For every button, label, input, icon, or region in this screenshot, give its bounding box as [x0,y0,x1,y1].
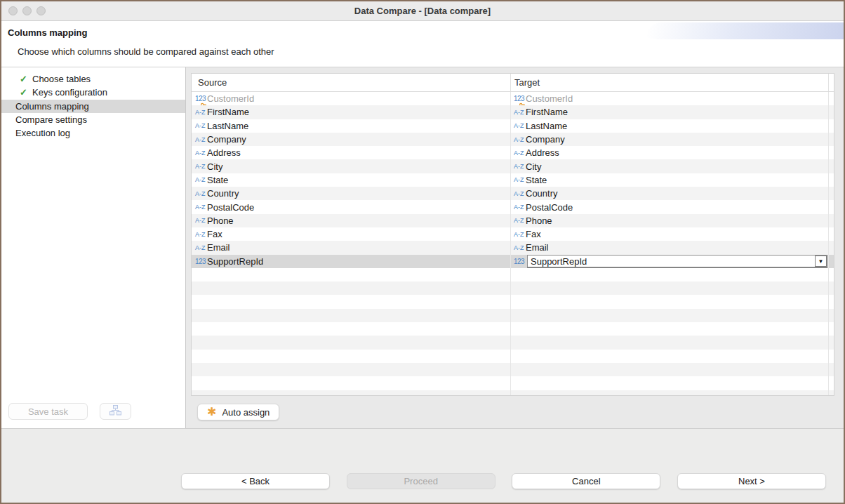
text-type-icon: A-Z [514,109,526,116]
target-column-header[interactable]: Target [510,74,828,91]
target-cell[interactable]: A-ZCompany [510,133,828,146]
source-cell[interactable]: A-ZFirstName [192,105,510,119]
source-cell[interactable]: A-ZLastName [192,119,510,133]
empty-table-row[interactable] [192,350,834,363]
source-cell[interactable]: A-ZCountry [192,187,510,200]
step-label: Keys configuration [32,87,107,98]
minimize-button[interactable] [22,6,32,15]
back-button[interactable]: < Back [181,473,330,489]
save-task-button[interactable]: Save task [8,403,88,420]
source-cell [192,350,510,363]
empty-table-row[interactable] [192,268,834,281]
proceed-button[interactable]: Proceed [347,473,495,489]
sidebar-step-choose-tables[interactable]: ✓Choose tables [1,72,185,86]
step-label: Columns mapping [15,101,89,112]
table-row[interactable]: A-ZLastNameA-ZLastName [192,119,834,133]
sidebar-step-keys-configuration[interactable]: ✓Keys configuration [1,86,185,99]
cancel-button[interactable]: Cancel [512,473,660,489]
target-cell[interactable]: A-ZPostalCode [510,200,828,213]
target-cell[interactable]: A-ZCity [510,159,828,173]
table-row[interactable]: A-ZCountryA-ZCountry [192,187,834,200]
source-column-name: FirstName [207,107,249,117]
empty-table-row[interactable] [192,363,834,376]
empty-table-row[interactable] [192,309,834,322]
source-cell[interactable]: A-ZEmail [192,241,510,254]
target-cell [510,376,828,390]
row-gutter [828,322,834,336]
key-icon [201,100,206,105]
target-cell[interactable]: A-ZState [510,173,828,187]
table-row[interactable]: A-ZCityA-ZCity [192,159,834,173]
target-cell[interactable]: 123SupportRepId▼FirstNameLastNameCompany… [510,255,828,268]
table-row[interactable]: A-ZFirstNameA-ZFirstName [192,105,834,119]
target-cell[interactable]: A-ZFax [510,227,828,241]
source-cell[interactable]: A-ZPhone [192,214,510,227]
row-gutter [828,105,834,119]
auto-assign-button[interactable]: ✱ Auto assign [197,404,279,420]
source-cell[interactable]: 123SupportRepId [192,255,510,268]
next-button[interactable]: Next > [677,473,826,489]
sidebar-step-execution-log[interactable]: Execution log [1,126,185,140]
text-type-icon: A-Z [514,176,526,183]
table-row[interactable]: A-ZPostalCodeA-ZPostalCode [192,200,834,213]
combo-dropdown-arrow-icon[interactable]: ▼ [815,256,827,267]
source-column-header[interactable]: Source [192,74,510,91]
table-row[interactable]: A-ZAddressA-ZAddress [192,146,834,159]
row-gutter [828,241,834,254]
target-column-name: LastName [526,121,567,131]
source-column-name: Phone [207,215,234,226]
target-cell [510,268,828,281]
source-cell[interactable]: A-ZCity [192,159,510,173]
columns-mapping-table: Source Target 123CustomerId123CustomerId… [191,73,834,396]
table-row[interactable]: A-ZEmailA-ZEmail [192,241,834,254]
task-tree-icon [109,405,121,418]
target-cell[interactable]: A-ZEmail [510,241,828,254]
source-cell[interactable]: 123CustomerId [192,92,510,105]
empty-table-row[interactable] [192,295,834,308]
source-cell[interactable]: A-ZPostalCode [192,200,510,213]
table-header: Source Target [192,74,834,92]
table-row[interactable]: A-ZPhoneA-ZPhone [192,214,834,227]
empty-table-row[interactable] [192,390,834,395]
row-gutter [828,255,834,268]
source-cell[interactable]: A-ZFax [192,227,510,241]
table-row[interactable]: A-ZFaxA-ZFax [192,227,834,241]
close-button[interactable] [8,6,18,15]
empty-table-row[interactable] [192,322,834,336]
text-type-icon: A-Z [514,150,526,157]
empty-table-row[interactable] [192,376,834,390]
empty-table-row[interactable] [192,336,834,349]
table-row[interactable]: A-ZCompanyA-ZCompany [192,133,834,146]
source-column-name: Company [207,134,246,145]
source-cell[interactable]: A-ZState [192,173,510,187]
target-cell[interactable]: 123CustomerId [510,92,828,105]
empty-table-row[interactable] [192,281,834,295]
table-row[interactable]: 123CustomerId123CustomerId [192,92,834,105]
source-cell [192,390,510,395]
sidebar-step-compare-settings[interactable]: Compare settings [1,113,185,126]
window-title: Data Compare - [Data compare] [354,6,491,16]
source-column-name: City [207,161,222,172]
target-cell[interactable]: A-ZLastName [510,119,828,133]
target-column-name: Fax [526,229,541,239]
table-row[interactable]: A-ZStateA-ZState [192,173,834,187]
row-gutter [828,309,834,322]
target-cell[interactable]: A-ZPhone [510,214,828,227]
zoom-button[interactable] [36,6,46,15]
text-type-icon: A-Z [195,231,207,238]
sidebar-step-columns-mapping[interactable]: Columns mapping [1,100,185,113]
check-icon: ✓ [20,74,32,84]
target-column-combo[interactable]: SupportRepId▼FirstNameLastNameCompanyAdd… [527,255,827,267]
target-cell[interactable]: A-ZCountry [510,187,828,200]
asterisk-icon: ✱ [207,406,216,418]
target-cell[interactable]: A-ZAddress [510,146,828,159]
dialog-footer: < Back Proceed Cancel Next > [1,428,844,503]
source-cell[interactable]: A-ZCompany [192,133,510,146]
table-row[interactable]: 123SupportRepId123SupportRepId▼FirstName… [192,255,834,268]
source-cell[interactable]: A-ZAddress [192,146,510,159]
source-column-name: SupportRepId [207,256,263,267]
target-column-name: State [526,175,547,185]
source-cell [192,376,510,390]
target-cell[interactable]: A-ZFirstName [510,105,828,119]
task-tree-button[interactable] [100,403,131,420]
